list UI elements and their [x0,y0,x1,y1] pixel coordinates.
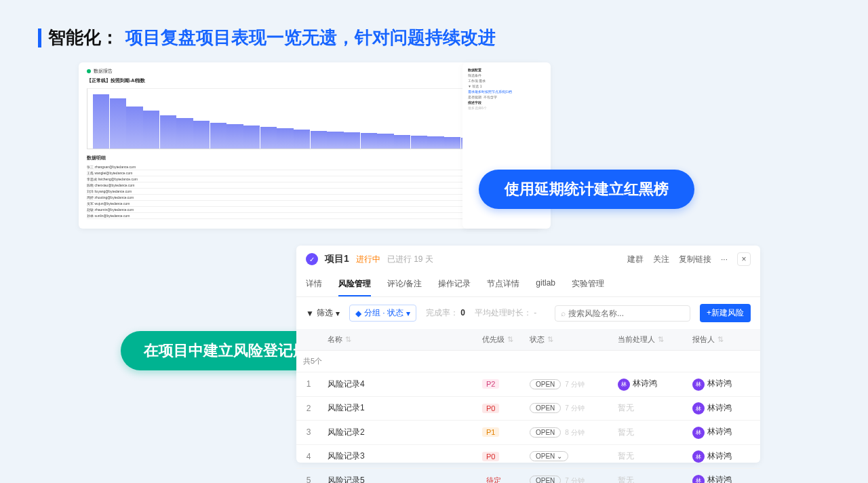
state-badge[interactable]: OPEN [530,476,561,483]
project-toolbar: ▼ 筛选 ▾ ◆ 分组 · 状态 ▾ 完成率： 0 平均处理时长： - ⌕ +新… [296,297,760,329]
filter-button[interactable]: ▼ 筛选 ▾ [306,307,340,319]
follow-button[interactable]: 关注 [653,254,669,265]
tab-6[interactable]: 实验管理 [572,273,604,296]
chart-bar [311,131,327,149]
tab-0[interactable]: 详情 [306,273,322,296]
state-badge[interactable]: OPEN [530,403,561,413]
status-dot-icon [87,69,91,73]
project-header: ✓ 项目1 进行中 已进行 19 天 建群 关注 复制链接 ··· × [296,246,760,273]
chart-bar [344,132,360,149]
col-reporter: 报告人⇅ [686,329,760,351]
chart-bar [444,137,460,149]
completion-label: 完成率： 0 [426,307,465,319]
chart-bar [377,134,393,149]
table-row[interactable]: 1风险记录4P2OPEN7 分钟林林诗鸿林林诗鸿 [296,372,760,397]
config-tag: 工作项 需求 [468,79,545,83]
chart-bar [394,135,410,149]
config-desc-label: 描述字段 [468,100,481,104]
title-part-blue: 项目复盘项目表现一览无遗，针对问题持续改进 [125,26,496,50]
stats-header-label: 数据报告 [94,68,113,75]
chart-bar [160,115,176,149]
project-status: 进行中 [356,254,380,265]
chart-bar [361,133,377,149]
create-group-button[interactable]: 建群 [627,254,644,265]
chart-bar [427,136,443,149]
config-blue-line: 需求最多时按照节点系统归档 [468,90,545,94]
col-name: 名称⇅ [321,329,475,351]
table-row[interactable]: 2风险记录1P0OPEN7 分钟暂无林林诗鸿 [296,396,760,421]
sort-icon[interactable]: ⇅ [658,335,664,343]
tag-icon: ◆ [355,309,361,318]
chart-bar [143,111,159,149]
callout-redblack-list: 使用延期统计建立红黑榜 [479,170,694,209]
new-risk-button[interactable]: +新建风险 [700,304,751,322]
chart-bar [126,107,142,149]
copy-link-button[interactable]: 复制链接 [679,254,711,265]
sort-icon[interactable]: ⇅ [507,335,513,343]
col-state: 状态⇅ [523,329,611,351]
group-header-row: 共5个 [296,351,760,372]
tab-5[interactable]: gitlab [536,273,555,296]
risk-table: 名称⇅ 优先级⇅ 状态⇅ 当前处理人⇅ 报告人⇅ 共5个 1风险记录4P2OPE… [296,329,760,483]
chevron-down-icon: ▾ [336,309,340,318]
sort-icon[interactable]: ⇅ [345,335,351,343]
state-badge[interactable]: OPEN [530,427,561,438]
group-button[interactable]: ◆ 分组 · 状态 ▾ [349,305,416,322]
chart-bar [226,124,243,149]
state-badge[interactable]: OPEN [530,379,561,389]
more-button[interactable]: ··· [721,254,728,264]
sort-icon[interactable]: ⇅ [547,335,553,343]
table-row[interactable]: 5风险记录5待定OPEN7 分钟暂无林林诗鸿 [296,469,760,484]
chart-bar [294,130,310,149]
tab-2[interactable]: 评论/备注 [387,273,422,296]
chart-bar [176,118,193,149]
filter-icon: ▼ [306,309,314,318]
search-icon: ⌕ [561,309,566,318]
project-icon: ✓ [306,253,318,265]
config-char-count: 最多选择6个 [468,106,545,110]
title-accent-bar [38,28,41,47]
config-title: 数据配置 [468,68,481,72]
table-row[interactable]: 4风险记录3P0OPEN暂无林林诗鸿 [296,444,760,469]
chart-bar [327,132,343,149]
project-title: 项目1 [325,253,349,265]
chart-bar [210,123,226,149]
chart-bar [93,94,109,149]
chart-bar [243,125,260,149]
tab-3[interactable]: 操作记录 [438,273,471,296]
tab-1[interactable]: 风险管理 [338,273,371,296]
config-include: ▼ 等选 1 [468,84,545,88]
project-panel: ✓ 项目1 进行中 已进行 19 天 建群 关注 复制链接 ··· × 详情风险… [296,246,760,463]
search-input-wrapper[interactable]: ⌕ [555,305,690,322]
title-part-black: 智能化： [48,26,119,50]
search-input[interactable] [568,309,684,318]
col-handler: 当前处理人⇅ [611,329,686,351]
chevron-down-icon: ▾ [406,309,410,318]
chart-bar [411,136,427,149]
slide-title: 智能化： 项目复盘项目表现一览无遗，针对问题持续改进 [38,26,496,50]
chart-bar [260,127,277,149]
project-days: 已进行 19 天 [387,254,433,265]
chart-bar [110,98,126,149]
chart-bar [277,128,293,149]
table-row[interactable]: 3风险记录2P1OPEN8 分钟暂无林林诗鸿 [296,421,760,445]
sort-icon[interactable]: ⇅ [717,335,724,343]
chart-bar [193,121,210,149]
avg-duration-label: 平均处理时长： - [475,307,536,319]
state-badge[interactable]: OPEN [530,451,568,461]
close-button[interactable]: × [737,252,751,266]
col-priority: 优先级⇅ [475,329,523,351]
tab-4[interactable]: 节点详情 [487,273,519,296]
project-tabs: 详情风险管理评论/备注操作记录节点详情gitlab实验管理 [296,273,760,297]
config-filter-label: 筛选条件 [468,73,545,77]
